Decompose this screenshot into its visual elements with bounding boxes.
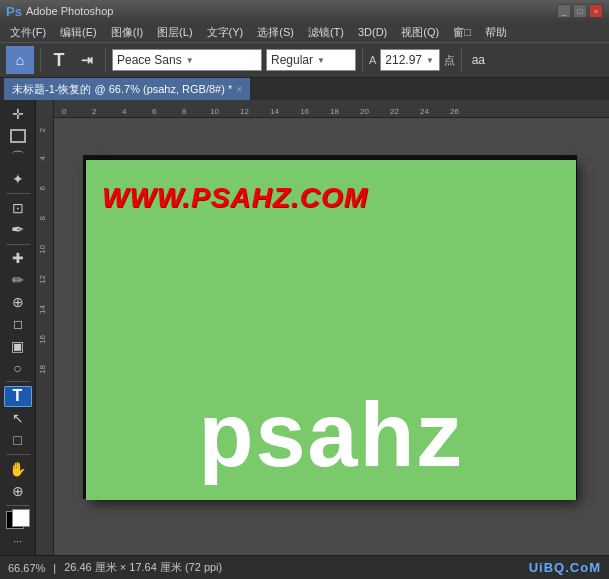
eraser-icon: ◻: [13, 317, 23, 331]
tool-gradient[interactable]: ▣: [4, 336, 32, 356]
ruler-mark-26: 26: [450, 107, 459, 116]
tab-close-button[interactable]: ×: [236, 84, 242, 95]
move-icon: ✛: [12, 106, 24, 122]
left-toolbar: ✛ ⌒ ✦ ⊡ ✒ ✚ ✏ ⊕ ◻ ▣: [0, 100, 36, 555]
maximize-button[interactable]: □: [573, 4, 587, 18]
color-swatch[interactable]: [4, 509, 32, 529]
zoom-level: 66.67%: [8, 562, 45, 574]
tool-path-select[interactable]: ↖: [4, 409, 32, 429]
zoom-icon: ⊕: [12, 483, 24, 499]
tool-hand[interactable]: ✋: [4, 459, 32, 479]
tool-zoom[interactable]: ⊕: [4, 481, 32, 501]
font-family-dropdown[interactable]: Peace Sans ▼: [112, 49, 262, 71]
tool-eraser[interactable]: ◻: [4, 314, 32, 334]
menu-text[interactable]: 文字(Y): [201, 23, 250, 42]
eyedropper-icon: ✒: [11, 220, 24, 239]
font-style-arrow: ▼: [317, 56, 325, 65]
tool-dodge[interactable]: ○: [4, 358, 32, 378]
ps-logo: Ps: [6, 4, 22, 19]
title-bar: Ps Adobe Photoshop _ □ ×: [0, 0, 609, 22]
title-bar-title: Adobe Photoshop: [26, 5, 113, 17]
tool-clone[interactable]: ⊕: [4, 292, 32, 312]
canvas-document[interactable]: WWW.PSAHZ.COM psahz: [86, 160, 576, 500]
ruler-mark-22: 22: [390, 107, 399, 116]
magic-wand-icon: ✦: [12, 171, 24, 187]
aa-icon: aa: [472, 53, 485, 67]
font-style-dropdown[interactable]: Regular ▼: [266, 49, 356, 71]
tool-separator-3: [6, 381, 30, 382]
menu-edit[interactable]: 编辑(E): [54, 23, 103, 42]
status-left: 66.67% | 26.46 厘米 × 17.64 厘米 (72 ppi): [8, 560, 222, 575]
main-area: ✛ ⌒ ✦ ⊡ ✒ ✚ ✏ ⊕ ◻ ▣: [0, 100, 609, 555]
tool-lasso[interactable]: ⌒: [4, 148, 32, 168]
brand-watermark: UiBQ.CoM: [529, 560, 601, 575]
more-tools-icon: ···: [13, 536, 21, 547]
menu-help[interactable]: 帮助: [479, 23, 513, 42]
tool-text[interactable]: T: [4, 386, 32, 406]
canvas-area[interactable]: 0 2 4 6 8 10 12 14 16 18 20 22 24 26 2 4…: [36, 100, 609, 555]
ruler-vmark-6: 6: [38, 186, 47, 190]
tool-brush[interactable]: ✏: [4, 270, 32, 290]
menu-file[interactable]: 文件(F): [4, 23, 52, 42]
ruler-mark-16: 16: [300, 107, 309, 116]
tool-shape[interactable]: □: [4, 430, 32, 450]
ruler-vmark-18: 18: [38, 365, 47, 374]
marquee-icon: [10, 129, 26, 143]
title-bar-controls[interactable]: _ □ ×: [557, 4, 603, 18]
menu-view[interactable]: 视图(Q): [395, 23, 445, 42]
tool-heal[interactable]: ✚: [4, 249, 32, 269]
ruler-vmark-10: 10: [38, 245, 47, 254]
gradient-icon: ▣: [11, 338, 24, 354]
menu-3d[interactable]: 3D(D): [352, 24, 393, 40]
t-icon: T: [54, 50, 65, 71]
font-size-dropdown[interactable]: 212.97 ▼: [380, 49, 440, 71]
path-select-icon: ↖: [12, 410, 24, 426]
menu-layer[interactable]: 图层(L): [151, 23, 198, 42]
ruler-mark-20: 20: [360, 107, 369, 116]
antialiasing-button[interactable]: aa: [468, 50, 488, 70]
ruler-mark-4: 4: [122, 107, 126, 116]
lasso-icon: ⌒: [11, 149, 25, 167]
text-tool-icon[interactable]: T: [47, 46, 71, 74]
font-size-value: 212.97: [385, 53, 422, 67]
ruler-mark-6: 6: [152, 107, 156, 116]
font-size-icon: A: [369, 54, 376, 66]
status-bar: 66.67% | 26.46 厘米 × 17.64 厘米 (72 ppi) Ui…: [0, 555, 609, 579]
menu-image[interactable]: 图像(I): [105, 23, 149, 42]
brush-icon: ✏: [12, 272, 24, 288]
font-family-value: Peace Sans: [117, 53, 182, 67]
ruler-mark-12: 12: [240, 107, 249, 116]
minimize-button[interactable]: _: [557, 4, 571, 18]
home-button[interactable]: ⌂: [6, 46, 34, 74]
tool-more[interactable]: ···: [4, 531, 32, 551]
title-bar-left: Ps Adobe Photoshop: [6, 4, 113, 19]
document-tab[interactable]: 未标题-1-恢复的 @ 66.7% (psahz, RGB/8#) * ×: [4, 78, 250, 100]
main-text: psahz: [96, 390, 566, 480]
menu-filter[interactable]: 滤镜(T): [302, 23, 350, 42]
font-size-arrow: ▼: [426, 56, 434, 65]
menu-window[interactable]: 窗□: [447, 23, 477, 42]
tool-marquee[interactable]: [4, 126, 32, 146]
text-orient-icon[interactable]: ⇥: [75, 46, 99, 74]
tool-magic-wand[interactable]: ✦: [4, 169, 32, 189]
ruler-left-spacer: [36, 100, 53, 118]
tool-separator-2: [6, 244, 30, 245]
tool-crop[interactable]: ⊡: [4, 198, 32, 218]
clone-icon: ⊕: [12, 294, 24, 310]
ruler-mark-0: 0: [62, 107, 66, 116]
tool-move[interactable]: ✛: [4, 104, 32, 124]
ruler-mark-24: 24: [420, 107, 429, 116]
tool-eyedropper[interactable]: ✒: [4, 220, 32, 240]
tab-label: 未标题-1-恢复的 @ 66.7% (psahz, RGB/8#) *: [12, 82, 232, 97]
ruler-vmark-2: 2: [38, 128, 47, 132]
menu-select[interactable]: 选择(S): [251, 23, 300, 42]
background-color[interactable]: [12, 509, 30, 527]
hand-icon: ✋: [9, 461, 26, 477]
ruler-vmark-4: 4: [38, 156, 47, 160]
heal-icon: ✚: [12, 250, 24, 266]
tool-separator-4: [6, 454, 30, 455]
ruler-mark-10: 10: [210, 107, 219, 116]
text-tool-icon: T: [13, 387, 23, 405]
ruler-vmark-8: 8: [38, 216, 47, 220]
close-button[interactable]: ×: [589, 4, 603, 18]
